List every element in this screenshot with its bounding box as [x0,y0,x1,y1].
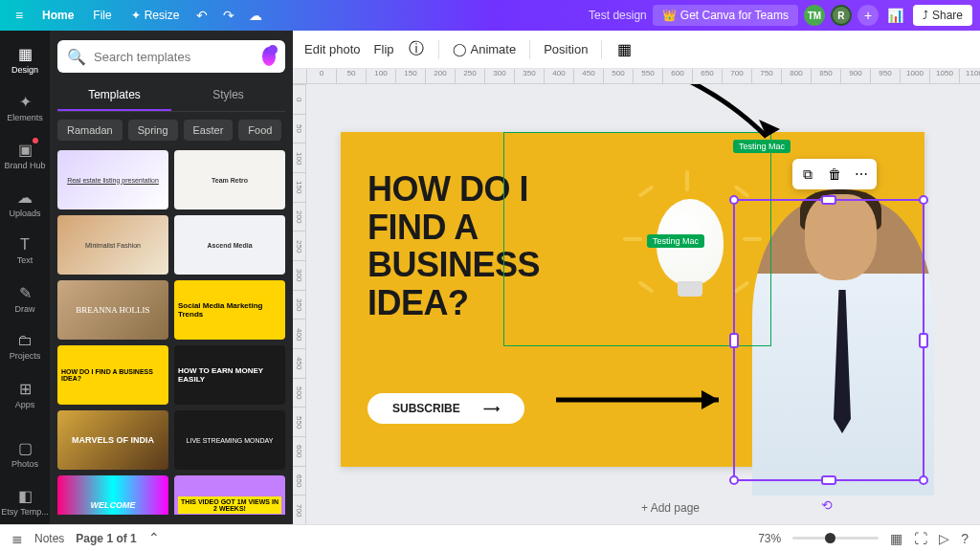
rail-photos[interactable]: ▢Photos [0,430,50,476]
tab-styles[interactable]: Styles [171,80,285,111]
home-button[interactable]: Home [34,5,81,26]
element-toolbar: ⧉ 🗑 ⋯ [792,159,877,189]
zoom-value[interactable]: 73% [758,532,781,545]
info-icon[interactable]: ⓘ [408,41,425,58]
rail-etsy[interactable]: ◧Etsy Temp... [0,478,50,524]
design-icon: ▦ [18,45,33,63]
undo-icon[interactable]: ↶ [190,4,213,27]
document-title[interactable]: Test design [589,9,647,22]
search-icon: 🔍 [67,48,86,66]
headline-text[interactable]: HOW DO I FIND A BUSINESS IDEA? [368,170,540,321]
rail-projects[interactable]: 🗀Projects [0,323,50,369]
template-thumb[interactable]: Minimalist Fashion [57,215,168,275]
file-menu[interactable]: File [85,5,119,26]
add-page-button[interactable]: + Add page [641,501,700,515]
rail-uploads[interactable]: ☁Uploads [0,180,50,226]
collab-cursor-label: Testing Mac [647,234,704,248]
template-thumb[interactable]: BREANNA HOLLIS [57,280,168,340]
animate-button[interactable]: ◯ Animate [453,42,517,56]
person-photo[interactable] [752,199,934,496]
template-thumb[interactable]: Social Media Marketing Trends [174,280,285,340]
flip-button[interactable]: Flip [374,42,394,56]
template-grid: Real estate listing presentation Team Re… [57,150,285,515]
template-thumb[interactable]: Ascend Media [174,215,285,275]
panel-tabs: Templates Styles [57,80,285,112]
template-thumb[interactable]: THIS VIDEO GOT 1M VIEWS IN 2 WEEKS! [174,475,285,515]
ruler-horizontal: 0501001502002503003504004505005506006507… [293,69,980,84]
template-thumb[interactable]: HOW TO EARN MONEY EASILY [174,345,285,405]
rail-text[interactable]: TText [0,228,50,274]
elements-icon: ✦ [19,93,32,111]
zoom-slider[interactable] [792,537,879,540]
rail-draw[interactable]: ✎Draw [0,276,50,321]
tab-templates[interactable]: Templates [57,80,171,111]
page-indicator[interactable]: Page 1 of 1 [76,532,136,545]
filter-icon[interactable] [262,47,276,66]
chip-ramadan[interactable]: Ramadan [57,120,122,141]
rail-apps[interactable]: ⊞Apps [0,371,50,417]
bottom-bar: ≣ Notes Page 1 of 1 ⌃ 73% ▦ ⛶ ▷ ? [0,524,980,551]
cloud-sync-icon: ☁ [244,4,267,27]
context-toolbar: Edit photo Flip ⓘ ◯ Animate Position ▦ [293,31,980,69]
rotate-handle-icon[interactable]: ⟲ [821,497,833,513]
subscribe-button[interactable]: SUBSCRIBE⟶ [368,393,524,424]
avatar-r[interactable]: R [831,5,852,26]
search-input[interactable] [94,50,255,64]
template-thumb[interactable]: MARVELS OF INDIA [57,410,168,470]
text-icon: T [20,236,30,253]
templates-panel: 🔍 Templates Styles Ramadan Spring Easter… [50,31,293,524]
rail-brand-hub[interactable]: ▣Brand Hub [0,132,50,178]
collab-selection-label: Testing Mac [733,140,791,153]
chip-food[interactable]: Food [238,120,281,141]
analytics-icon[interactable]: 📊 [884,4,907,27]
template-thumb[interactable]: HOW DO I FIND A BUSINESS IDEA? [57,345,168,405]
rail-design[interactable]: ▦Design [0,36,50,82]
template-thumb[interactable]: LIVE STREAMING MONDAY [174,410,285,470]
help-icon[interactable]: ? [961,531,969,546]
grid-view-icon[interactable]: ▦ [890,531,902,546]
trash-icon[interactable]: 🗑 [825,165,844,184]
apps-icon: ⊞ [19,380,32,398]
more-icon[interactable]: ⋯ [852,165,871,184]
fullscreen-icon[interactable]: ⛶ [914,531,927,546]
canvas-area: Edit photo Flip ⓘ ◯ Animate Position ▦ 0… [293,31,980,524]
search-wrap: 🔍 [57,40,285,73]
template-thumb[interactable]: Real estate listing presentation [57,150,168,209]
template-thumb[interactable]: Team Retro [174,150,285,209]
add-collaborator-button[interactable]: + [858,5,879,26]
uploads-icon: ☁ [17,188,33,207]
chip-spring[interactable]: Spring [128,120,178,141]
projects-icon: 🗀 [17,332,33,349]
edit-photo-button[interactable]: Edit photo [304,42,361,56]
redo-icon[interactable]: ↷ [217,4,240,27]
avatar-tm[interactable]: TM [804,5,825,26]
menu-icon[interactable]: ≡ [8,4,31,27]
template-thumb[interactable]: WELCOME [57,475,168,515]
position-button[interactable]: Position [544,42,588,56]
arrow-right-icon: ⟶ [483,402,500,415]
resize-button[interactable]: ✦ Resize [123,5,188,26]
category-chips: Ramadan Spring Easter Food R › [57,120,285,141]
photos-icon: ▢ [18,439,33,457]
rail-elements[interactable]: ✦Elements [0,84,50,130]
get-teams-button[interactable]: 👑 Get Canva for Teams [653,5,798,26]
draw-icon: ✎ [19,284,32,302]
notes-button[interactable]: Notes [34,532,64,545]
duplicate-icon[interactable]: ⧉ [798,165,817,184]
present-icon[interactable]: ▷ [939,531,949,546]
brand-icon: ▣ [18,141,33,159]
transparency-icon[interactable]: ▦ [615,41,633,58]
chevron-up-icon[interactable]: ⌃ [148,530,160,545]
etsy-icon: ◧ [18,487,33,505]
chip-easter[interactable]: Easter [184,120,234,141]
top-bar: ≡ Home File ✦ Resize ↶ ↷ ☁ Test design 👑… [0,0,980,31]
notes-icon[interactable]: ≣ [11,531,23,546]
share-button[interactable]: ⤴ Share [913,5,972,26]
left-rail: ▦Design ✦Elements ▣Brand Hub ☁Uploads TT… [0,31,50,524]
